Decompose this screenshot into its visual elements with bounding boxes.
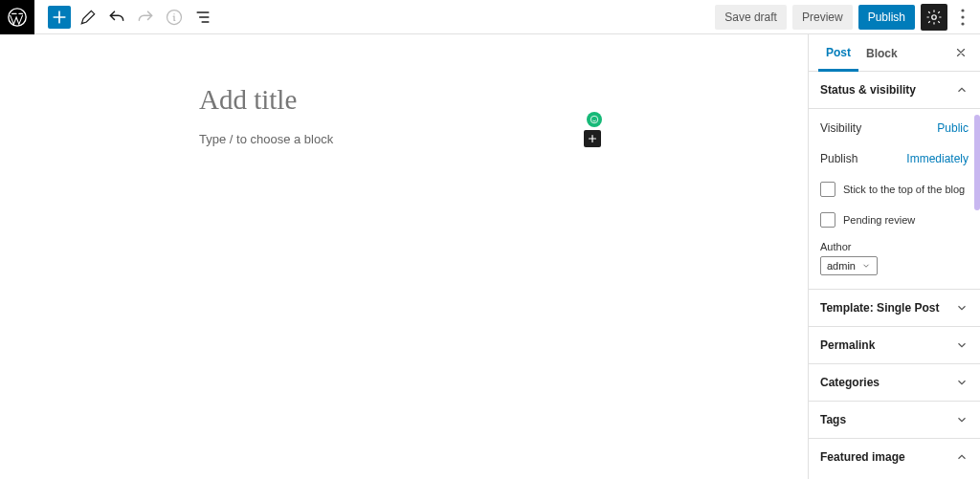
author-label: Author xyxy=(820,241,969,252)
stick-to-top-row: Stick to the top of the blog xyxy=(820,174,969,205)
chevron-down-icon xyxy=(955,301,969,315)
panel-heading: Tags xyxy=(820,413,846,426)
add-block-button[interactable] xyxy=(48,6,71,29)
undo-icon xyxy=(107,8,126,27)
author-selected-value: admin xyxy=(827,260,856,272)
chevron-down-icon xyxy=(955,338,969,352)
publish-label: Publish xyxy=(820,152,858,165)
toolbar-right-group: Save draft Preview Publish xyxy=(715,4,972,31)
publish-value[interactable]: Immediately xyxy=(906,152,969,165)
editor-toolbar: Save draft Preview Publish xyxy=(0,0,980,34)
redo-icon xyxy=(136,8,155,27)
author-select[interactable]: admin xyxy=(820,256,878,275)
redo-button[interactable] xyxy=(134,6,157,29)
settings-sidebar: Post Block Status & visibility Visibilit… xyxy=(808,34,980,479)
wordpress-icon xyxy=(7,7,28,28)
svg-point-6 xyxy=(590,116,598,123)
chevron-down-icon xyxy=(861,261,871,271)
visibility-label: Visibility xyxy=(820,121,861,135)
info-icon xyxy=(165,8,184,27)
chevron-down-icon xyxy=(955,413,969,426)
wordpress-logo[interactable] xyxy=(0,0,34,34)
pending-review-label: Pending review xyxy=(843,214,915,226)
panel-permalink[interactable]: Permalink xyxy=(809,327,980,364)
undo-button[interactable] xyxy=(105,6,128,29)
post-title-input[interactable]: Add title xyxy=(199,84,297,116)
more-menu-button[interactable] xyxy=(953,4,972,31)
panel-heading: Categories xyxy=(820,376,880,389)
editor-canvas[interactable]: Add title Type / to choose a block xyxy=(0,34,808,479)
preview-button[interactable]: Preview xyxy=(792,5,853,30)
plus-icon xyxy=(50,8,69,27)
svg-point-3 xyxy=(961,9,964,11)
chevron-up-icon xyxy=(955,83,969,97)
block-placeholder[interactable]: Type / to choose a block xyxy=(199,132,333,146)
scrollbar[interactable] xyxy=(974,115,980,210)
toolbar-left-group xyxy=(0,0,214,34)
panel-template[interactable]: Template: Single Post xyxy=(809,290,980,327)
info-button[interactable] xyxy=(163,6,186,29)
featured-image-body: Set featured image xyxy=(809,475,980,479)
tab-block[interactable]: Block xyxy=(858,35,905,70)
panel-heading: Template: Single Post xyxy=(820,301,939,315)
gear-icon xyxy=(925,9,943,26)
editor-body: Add title Type / to choose a block Post … xyxy=(0,34,980,479)
kebab-icon xyxy=(961,9,965,26)
save-draft-button[interactable]: Save draft xyxy=(715,5,787,30)
publish-row: Publish Immediately xyxy=(820,143,969,174)
plus-icon xyxy=(586,132,599,145)
panel-status-body: Visibility Public Publish Immediately St… xyxy=(809,109,980,290)
panel-status-visibility[interactable]: Status & visibility xyxy=(809,72,980,109)
tab-post[interactable]: Post xyxy=(818,34,858,72)
stick-to-top-label: Stick to the top of the blog xyxy=(843,184,965,195)
default-block-row: Type / to choose a block xyxy=(199,130,601,147)
inline-add-block-button[interactable] xyxy=(584,130,601,147)
smile-icon xyxy=(590,115,599,124)
settings-button[interactable] xyxy=(921,4,947,31)
list-icon xyxy=(193,8,212,27)
close-sidebar-button[interactable] xyxy=(951,43,970,62)
tools-button[interactable] xyxy=(77,6,100,29)
chevron-down-icon xyxy=(955,376,969,389)
sidebar-tab-row: Post Block xyxy=(809,34,980,72)
publish-button[interactable]: Publish xyxy=(858,5,915,30)
stick-to-top-checkbox[interactable] xyxy=(820,182,835,197)
chevron-up-icon xyxy=(955,450,969,464)
svg-point-2 xyxy=(932,14,937,19)
pending-review-row: Pending review xyxy=(820,205,969,235)
svg-point-5 xyxy=(961,22,964,25)
close-icon xyxy=(954,46,968,59)
readability-badge[interactable] xyxy=(587,112,602,127)
panel-heading: Featured image xyxy=(820,450,905,464)
panel-featured-image[interactable]: Featured image xyxy=(809,439,980,475)
panel-heading: Permalink xyxy=(820,338,875,352)
svg-point-4 xyxy=(961,15,964,18)
visibility-row: Visibility Public xyxy=(820,113,969,143)
visibility-value[interactable]: Public xyxy=(937,121,969,135)
panel-categories[interactable]: Categories xyxy=(809,364,980,402)
pending-review-checkbox[interactable] xyxy=(820,212,835,228)
panel-tags[interactable]: Tags xyxy=(809,402,980,439)
outline-button[interactable] xyxy=(191,6,214,29)
panel-heading: Status & visibility xyxy=(820,83,916,97)
pencil-icon xyxy=(78,8,98,27)
